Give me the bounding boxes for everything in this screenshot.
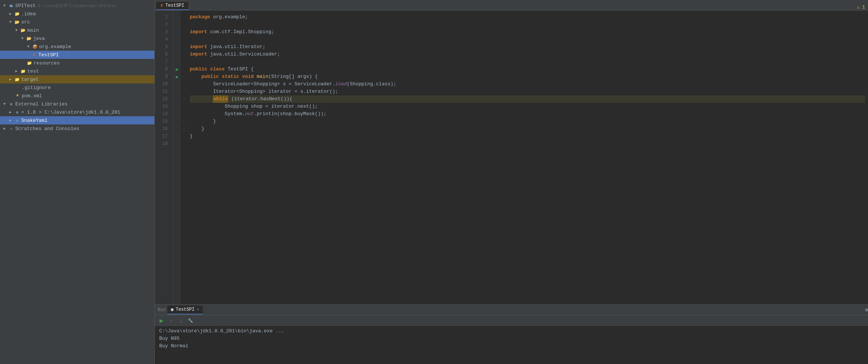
code-indent-12 [190,95,213,103]
line-num-13: 13 [155,103,171,110]
tree-label-snakeyaml: SnakeYaml [21,118,47,123]
spacer-icon [7,85,13,91]
tree-item-gitignore[interactable]: · .gitignore [0,83,154,92]
tree-label-scratches: Scratches and Consoles [15,126,79,132]
code-indent-13: Shopping shop = iterator.next(); [190,103,318,110]
tree-item-src[interactable]: ▼ 📂 src [0,18,154,26]
package-icon: 📦 [32,44,38,50]
code-line-9: public static void main(String[] args) { [190,73,865,80]
code-classname: TestSPI { [225,66,254,73]
tree-item-target[interactable]: ▶ 📁 target [0,75,154,83]
run-output: C:\Java\store\jdk1.8.0_201\bin\java.exe … [155,326,868,364]
editor-area: C TestSPI ⚠ 1 1 2 3 4 5 6 7 8 9 10 11 [155,0,868,364]
arrow-icon: ▶ [7,117,13,123]
tree-item-testspi[interactable]: C TestSPI [0,51,154,59]
bottom-tab-label: TestSPI [176,307,194,312]
code-line-2 [190,21,865,28]
fold-9[interactable]: − [181,73,187,80]
line-numbers: 1 2 3 4 5 6 7 8 9 10 11 12 13 14 15 16 1… [155,10,173,304]
tree-item-test[interactable]: ▶ 📁 test [0,67,154,75]
tree-label-idea: .idea [21,11,36,17]
tree-path-spitest: D:\Java安全学习\SnakeYaml\SPITest [38,3,116,9]
fold-1 [181,13,187,21]
kw-static: static [222,73,239,80]
kw-import-3: import [190,51,207,58]
code-line-15: } [190,118,865,125]
tree-label-org-example: org.example [39,44,71,50]
tree-item-pom[interactable]: M pom.xml [0,92,154,100]
line-num-9: 9 [155,73,171,80]
tree-item-ext-libs[interactable]: ▼ ▦ External Libraries [0,100,154,108]
fold-16[interactable]: − [181,125,187,133]
lib-icon: ▦ [14,109,20,115]
fold-15[interactable]: − [181,118,187,125]
code-brace-15: } [190,118,216,125]
method-main: main [257,73,268,80]
bottom-settings-btn[interactable]: ⚙ [865,307,868,313]
spacer-icon [19,60,25,66]
tree-item-java[interactable]: ▼ 📂 java [0,34,154,42]
code-editor[interactable]: package org.example; import com.ctf.Impl… [187,10,868,304]
code-brace-16: } [190,125,204,133]
java-folder-icon: 📂 [26,35,32,41]
line-num-8: 8 [155,66,171,73]
fold-12[interactable]: − [181,95,187,103]
code-import-3: java.util.ServiceLoader; [207,51,280,58]
warning-badge: ⚠ 1 [857,4,865,10]
run-button-9[interactable]: ▶ [176,74,178,80]
method-out: out [245,110,254,118]
kw-while: while [213,95,228,103]
code-line-17: } [190,133,865,140]
tree-label-test: test [27,69,39,74]
code-indent-11: Iterator<Shopping> iterator = s.iterator… [190,88,338,95]
wrench-button[interactable]: 🔧 [187,317,194,324]
code-while-cond: (iterator.hasNext()){ [228,95,292,103]
bottom-tab-close[interactable]: × [197,307,199,312]
fold-6 [181,51,187,58]
kw-public-1: public [190,66,207,73]
scroll-down-button[interactable]: ↓ [177,317,185,324]
method-load: load [335,80,347,88]
kw-class: class [210,66,225,73]
line-num-4: 4 [155,36,171,43]
bottom-tab-testspi[interactable]: ▣ TestSPI × [167,306,203,314]
tree-label-ext-libs: External Libraries [15,101,67,107]
tree-item-resources[interactable]: 📁 resources [0,59,154,67]
tab-bar: C TestSPI ⚠ 1 [155,0,868,10]
project-tree[interactable]: ▼ 🖿 SPITest D:\Java安全学习\SnakeYaml\SPITes… [0,0,155,364]
arrow-icon: ▼ [25,44,31,50]
tree-item-spitest[interactable]: ▼ 🖿 SPITest D:\Java安全学习\SnakeYaml\SPITes… [0,1,154,10]
fold-11 [181,88,187,95]
scratch-icon: ◈ [8,126,14,132]
tree-label-gitignore: .gitignore [22,85,51,91]
code-sp-3 [239,73,242,80]
folder-icon: 📁 [26,60,32,66]
arrow-icon: ▼ [1,101,7,107]
tree-item-jdk18[interactable]: ▶ ▦ < 1.8 > C:\Java\store\jdk1.8.0_201 [0,108,154,116]
tab-java-icon: C [161,3,163,8]
line-num-5: 5 [155,43,171,51]
run-button-8[interactable]: ▶ [176,67,178,72]
arrow-icon: ▶ [7,109,13,115]
code-brace-17: } [190,133,193,140]
bottom-tab-bar: Run ▣ TestSPI × ⚙ [155,305,868,315]
output-line-2: Buy Normal [159,342,864,350]
scroll-up-button[interactable]: ↑ [167,317,175,324]
tree-label-jdk18: < 1.8 > C:\Java\store\jdk1.8.0_201 [21,110,120,115]
code-pkg: org.example; [210,13,248,21]
tree-item-scratches[interactable]: ▶ ◈ Scratches and Consoles [0,124,154,133]
fold-4 [181,36,187,43]
arrow-icon: ▶ [7,76,13,82]
run-play-button[interactable]: ▶ [158,317,165,324]
code-indent-10: ServiceLoader<Shopping> s = ServiceLoade… [190,80,335,88]
tab-testspi[interactable]: C TestSPI [156,1,189,10]
tree-label-target: target [21,77,39,82]
arrow-icon: ▼ [19,35,25,41]
tree-item-org-example[interactable]: ▼ 📦 org.example [0,42,154,51]
fold-17 [181,133,187,140]
tree-item-snakeyaml[interactable]: ▶ ▦ SnakeYaml [0,116,154,124]
tree-item-idea[interactable]: ▶ 📁 .idea [0,10,154,18]
tree-item-main[interactable]: ▼ 📂 main [0,26,154,34]
kw-import-2: import [190,43,207,51]
fold-2 [181,21,187,28]
